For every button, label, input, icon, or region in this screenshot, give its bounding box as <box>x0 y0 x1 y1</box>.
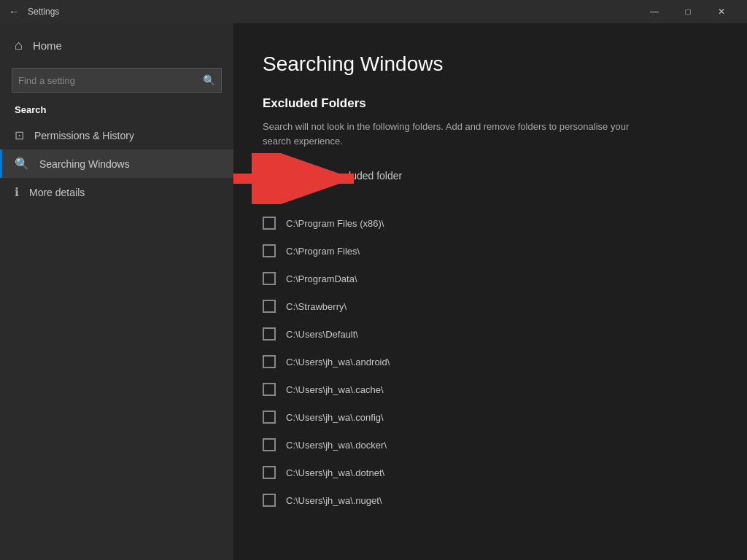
plus-icon: + <box>263 163 289 189</box>
titlebar-title: Settings <box>28 7 638 17</box>
folder-item: C:\Users\jh_wa\.android\ <box>263 348 712 376</box>
search-box[interactable]: 🔍 <box>12 68 222 93</box>
sidebar-section-label: Search <box>0 101 233 121</box>
folder-item: C:\Strawberry\ <box>263 292 712 320</box>
folder-path: C:\Users\jh_wa\.dotnet\ <box>286 467 384 478</box>
folder-path: C:\Users\jh_wa\.config\ <box>286 412 384 423</box>
folder-path: C:\Strawberry\ <box>286 301 347 312</box>
back-button[interactable]: ← <box>9 6 19 18</box>
folder-checkbox[interactable] <box>263 466 276 479</box>
search-icon: 🔍 <box>203 74 215 86</box>
folder-item: C:\Users\jh_wa\.nuget\ <box>263 486 712 514</box>
folder-checkbox[interactable] <box>263 411 276 424</box>
folder-path: C:\Users\jh_wa\.cache\ <box>286 384 384 395</box>
section-desc: Search will not look in the following fo… <box>263 120 642 148</box>
folder-item: C:\Program Files\ <box>263 237 712 265</box>
close-button[interactable]: ✕ <box>705 0 738 23</box>
section-title: Excluded Folders <box>263 96 712 111</box>
folder-checkbox[interactable] <box>263 327 276 341</box>
folder-checkbox[interactable] <box>263 272 276 285</box>
add-folder-label: Add an excluded folder <box>298 170 402 182</box>
folder-checkbox[interactable] <box>263 355 276 368</box>
folder-path: C:\Users\jh_wa\.docker\ <box>286 440 387 451</box>
search-nav-icon: 🔍 <box>15 157 29 171</box>
search-input[interactable] <box>18 75 203 86</box>
folder-item: C:\Users\Default\ <box>263 320 712 348</box>
sidebar-item-home[interactable]: ⌂ Home <box>0 29 233 62</box>
info-icon: ℹ <box>15 185 19 199</box>
folder-item: C:\Users\jh_wa\.dotnet\ <box>263 459 712 486</box>
sidebar: ⌂ Home 🔍 Search ⊡ Permissions & History … <box>0 23 233 560</box>
sidebar-item-label: Searching Windows <box>39 158 130 170</box>
sidebar-item-label: More details <box>29 187 85 198</box>
main-content: Searching Windows Excluded Folders Searc… <box>233 23 747 560</box>
folder-item: C:\Program Files (x86)\ <box>263 209 712 237</box>
minimize-button[interactable]: — <box>638 0 671 23</box>
folder-path: C:\Users\jh_wa\.nuget\ <box>286 495 382 506</box>
folder-checkbox[interactable] <box>263 494 276 507</box>
page-title: Searching Windows <box>263 52 712 76</box>
folder-checkbox[interactable] <box>263 383 276 396</box>
folder-item: C:\Users\jh_wa\.cache\ <box>263 376 712 403</box>
folder-path: C:\Users\jh_wa\.android\ <box>286 357 390 368</box>
app-body: ⌂ Home 🔍 Search ⊡ Permissions & History … <box>0 23 747 560</box>
folder-checkbox[interactable] <box>263 300 276 313</box>
folder-checkbox[interactable] <box>263 244 276 257</box>
folder-path: C:\Program Files\ <box>286 246 360 257</box>
folder-list: C:\Program Files (x86)\ C:\Program Files… <box>263 209 712 514</box>
sidebar-home-label: Home <box>33 39 62 52</box>
folder-path: C:\Users\Default\ <box>286 329 358 340</box>
maximize-button[interactable]: □ <box>671 0 705 23</box>
search-box-wrap: 🔍 <box>0 62 233 101</box>
folder-item: C:\Users\jh_wa\.docker\ <box>263 431 712 459</box>
sidebar-item-permissions-history[interactable]: ⊡ Permissions & History <box>0 121 233 149</box>
folder-checkbox[interactable] <box>263 438 276 451</box>
window-controls: — □ ✕ <box>638 0 738 23</box>
titlebar: ← Settings — □ ✕ <box>0 0 747 23</box>
sidebar-item-label: Permissions & History <box>34 130 134 141</box>
folder-checkbox[interactable] <box>263 217 276 230</box>
sidebar-item-searching-windows[interactable]: 🔍 Searching Windows <box>0 149 233 178</box>
folder-item: C:\Users\jh_wa\.config\ <box>263 403 712 431</box>
sidebar-item-more-details[interactable]: ℹ More details <box>0 178 233 206</box>
permissions-icon: ⊡ <box>15 128 24 142</box>
home-icon: ⌂ <box>15 38 23 53</box>
add-excluded-folder-button[interactable]: + Add an excluded folder <box>263 163 712 189</box>
folder-item: C:\ProgramData\ <box>263 265 712 292</box>
folder-path: C:\Program Files (x86)\ <box>286 218 384 229</box>
folder-path: C:\ProgramData\ <box>286 273 357 284</box>
